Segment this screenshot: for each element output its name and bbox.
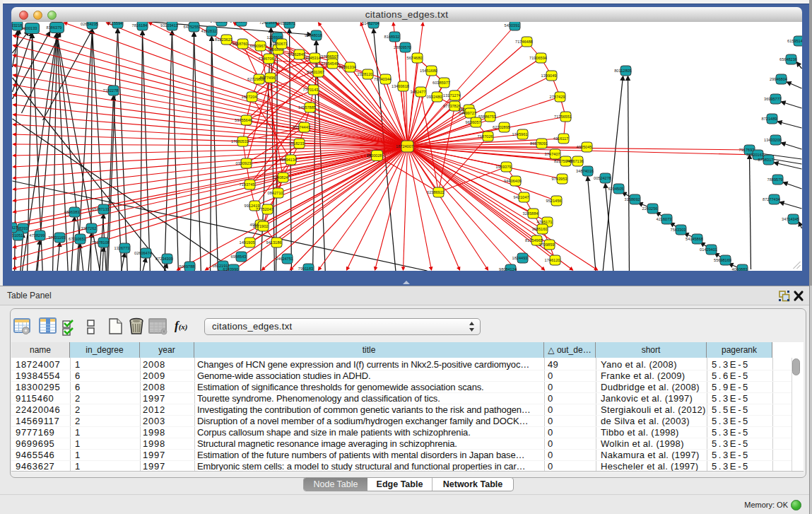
svg-text:71906594: 71906594 [529, 56, 547, 60]
svg-text:2787429: 2787429 [549, 95, 565, 99]
svg-text:3709859: 3709859 [539, 243, 554, 247]
svg-text:3285884: 3285884 [522, 211, 538, 216]
svg-text:72423884: 72423884 [259, 22, 277, 25]
svg-text:71756551: 71756551 [554, 115, 572, 119]
svg-text:5009788: 5009788 [179, 264, 194, 269]
svg-text:1491905: 1491905 [239, 240, 254, 245]
svg-text:7816184: 7816184 [131, 23, 147, 28]
svg-text:87234309: 87234309 [155, 257, 173, 261]
svg-text:00524278: 00524278 [594, 176, 611, 180]
svg-text:74367136: 74367136 [566, 159, 584, 163]
svg-text:7543303: 7543303 [670, 228, 686, 232]
svg-text:4738299: 4738299 [29, 233, 45, 238]
svg-text:3685160: 3685160 [531, 227, 547, 231]
svg-text:34957885: 34957885 [298, 105, 316, 110]
svg-text:79740344: 79740344 [374, 77, 392, 81]
svg-text:5674680: 5674680 [406, 56, 422, 60]
svg-text:85574443: 85574443 [293, 125, 310, 129]
svg-text:7193745: 7193745 [239, 182, 254, 187]
svg-text:76945314: 76945314 [303, 56, 321, 60]
svg-text:8708317: 8708317 [758, 158, 773, 162]
svg-text:0433218: 0433218 [12, 23, 22, 28]
svg-text:5430391: 5430391 [504, 23, 519, 28]
svg-text:3158692: 3158692 [624, 197, 640, 201]
svg-text:7770143: 7770143 [302, 88, 318, 92]
svg-text:7346706: 7346706 [258, 57, 273, 61]
svg-text:6193990: 6193990 [223, 267, 238, 271]
svg-text:61595148: 61595148 [787, 39, 802, 43]
svg-text:81223623: 81223623 [215, 37, 233, 42]
svg-text:6475255: 6475255 [183, 25, 199, 29]
svg-text:02606474: 02606474 [134, 251, 152, 255]
svg-text:7991183: 7991183 [298, 267, 312, 271]
svg-text:3482477: 3482477 [410, 90, 425, 94]
svg-text:13433200: 13433200 [764, 138, 782, 142]
svg-text:4216073: 4216073 [656, 217, 671, 221]
svg-text:2328120: 2328120 [357, 72, 372, 76]
svg-text:60385977: 60385977 [433, 81, 450, 85]
svg-text:80112805: 80112805 [614, 69, 631, 73]
svg-text:18724007: 18724007 [396, 144, 413, 148]
svg-text:77752047: 77752047 [256, 207, 273, 211]
svg-text:13493618: 13493618 [392, 84, 409, 88]
svg-text:6658760: 6658760 [232, 42, 247, 46]
svg-text:80831367: 80831367 [307, 70, 324, 74]
svg-text:0330923: 0330923 [235, 161, 251, 165]
svg-text:99091334: 99091334 [339, 65, 356, 69]
svg-text:6998543: 6998543 [230, 255, 246, 259]
svg-text:1326773: 1326773 [114, 246, 129, 250]
svg-text:02654235: 02654235 [81, 22, 98, 26]
svg-text:54145868: 54145868 [686, 237, 703, 241]
svg-text:34874016: 34874016 [576, 169, 594, 173]
svg-text:62386922: 62386922 [427, 190, 445, 194]
svg-text:28809570: 28809570 [394, 45, 411, 49]
svg-text:8677496: 8677496 [259, 76, 275, 80]
svg-text:15451680: 15451680 [420, 69, 437, 73]
svg-text:1745961: 1745961 [512, 132, 527, 136]
svg-text:51462704: 51462704 [362, 22, 379, 25]
svg-text:4896383: 4896383 [64, 210, 79, 214]
svg-text:04499727: 04499727 [459, 111, 476, 115]
svg-text:3387262: 3387262 [81, 226, 96, 230]
svg-text:1824493: 1824493 [512, 256, 527, 260]
svg-text:13171274: 13171274 [443, 93, 461, 98]
svg-text:65648236: 65648236 [779, 57, 797, 62]
svg-text:55698169: 55698169 [714, 258, 731, 262]
svg-text:71746488: 71746488 [515, 40, 533, 44]
svg-text:97848018: 97848018 [305, 33, 322, 37]
svg-text:9743953: 9743953 [551, 177, 567, 181]
svg-text:9600133: 9600133 [21, 26, 37, 30]
svg-text:1615594: 1615594 [107, 22, 122, 25]
svg-text:1746120: 1746120 [544, 258, 560, 262]
svg-text:9521456: 9521456 [546, 199, 561, 203]
svg-text:7182278: 7182278 [102, 88, 118, 93]
svg-text:1671902: 1671902 [252, 224, 268, 228]
svg-text:96532871: 96532871 [278, 22, 295, 25]
svg-text:2260256: 2260256 [642, 206, 657, 211]
svg-text:73178108: 73178108 [92, 240, 110, 245]
svg-text:01429401: 01429401 [700, 247, 717, 252]
svg-text:1969379: 1969379 [495, 165, 511, 169]
svg-text:36995777: 36995777 [764, 97, 782, 101]
svg-text:93103413: 93103413 [160, 23, 178, 28]
svg-text:98084124: 98084124 [499, 267, 517, 271]
svg-text:4192832: 4192832 [201, 29, 216, 33]
svg-text:4316117: 4316117 [553, 136, 567, 141]
svg-text:34624751: 34624751 [276, 257, 293, 261]
svg-text:53755646: 53755646 [235, 118, 252, 122]
svg-text:1627204: 1627204 [241, 95, 257, 99]
svg-text:1031051: 1031051 [12, 233, 23, 238]
svg-text:86578091: 86578091 [530, 141, 548, 146]
svg-text:76320163: 76320163 [746, 153, 764, 157]
svg-text:37631165: 37631165 [48, 235, 65, 240]
svg-text:65787133: 65787133 [92, 207, 110, 211]
svg-text:9413186: 9413186 [266, 240, 281, 245]
svg-text:34714345: 34714345 [782, 217, 799, 221]
svg-text:4745171: 4745171 [536, 220, 552, 224]
svg-text:51850671: 51850671 [270, 42, 288, 46]
svg-text:3518233: 3518233 [288, 141, 304, 146]
svg-text:1530028: 1530028 [366, 153, 382, 158]
svg-text:17080531: 17080531 [231, 139, 249, 144]
svg-text:3747407: 3747407 [544, 152, 560, 156]
svg-text:27354549: 27354549 [321, 62, 339, 66]
